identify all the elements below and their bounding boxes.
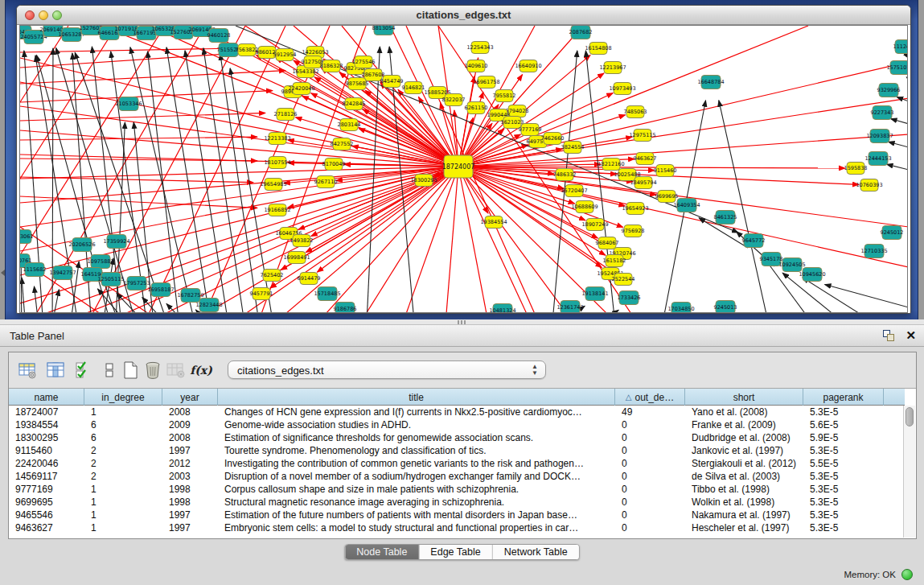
graph-node-teal[interactable]: 19138141 [581,287,608,301]
table-cell[interactable]: 0 [615,431,685,444]
graph-node-yellow[interactable]: 10973493 [609,83,635,95]
scrollbar-thumb[interactable] [906,407,914,426]
table-cell[interactable]: Yano et al. (2008) [685,406,803,418]
table-cell[interactable]: 5.3E-5 [803,444,884,457]
graph-node-teal[interactable]: 8461325 [714,211,737,225]
table-row[interactable]: 2242004622012Investigating the contribut… [9,457,905,470]
table-cell[interactable]: Tibbo et al. (1998) [685,483,803,496]
graph-node-yellow[interactable]: 1409610 [465,60,488,72]
table-cell[interactable]: Structural magnetic resonance image aver… [218,496,615,509]
table-settings-icon[interactable] [17,360,38,381]
graph-node-yellow[interactable]: 8322037 [442,94,466,106]
table-cell[interactable]: Embryonic stem cells: a model to study s… [218,521,615,534]
table-cell[interactable]: 18724007 [9,406,84,418]
table-cell[interactable]: 5.5E-5 [803,457,884,470]
column-header-in_degree[interactable]: in_degree [84,389,162,406]
graph-node-teal[interactable]: 2087682 [569,26,593,39]
panel-split-divider[interactable] [0,319,924,325]
graph-node-teal[interactable]: 15751074 [886,61,908,75]
table-cell[interactable]: 1997 [162,521,218,534]
table-cell[interactable]: Franke et al. (2009) [685,418,803,431]
table-cell[interactable]: 18300295 [9,431,84,444]
graph-node-teal[interactable]: 21053346 [115,97,142,111]
graph-node-yellow[interactable]: 9684067 [596,237,619,249]
graph-node-yellow[interactable]: 8186328 [320,60,343,72]
delete-icon[interactable] [142,360,163,381]
graph-node-yellow[interactable]: 9457791 [250,288,273,300]
graph-node-yellow[interactable]: 9115460 [654,165,677,177]
table-cell[interactable]: 14569117 [9,470,84,483]
graph-node-teal[interactable]: 17034850 [667,303,694,314]
clear-selection-icon[interactable] [99,360,120,381]
graph-node-yellow[interactable]: 9699695 [655,191,679,203]
graph-node-teal[interactable]: 12361742 [556,301,583,314]
graph-node-teal[interactable]: 17957253 [123,277,150,290]
graph-node-yellow[interactable]: 16640910 [515,60,541,72]
graph-node-yellow[interactable]: 6261150 [465,102,488,114]
table-cell[interactable]: 2 [84,470,162,483]
table-row[interactable]: 1830029562008Estimation of significance … [9,431,905,444]
network-view-canvas[interactable]: 1940406524055724206914061065328715276026… [19,25,908,313]
table-cell[interactable]: 0 [615,521,685,534]
graph-node-teal[interactable]: 12093837 [866,130,893,143]
graph-node-yellow[interactable]: 12213967 [599,62,626,74]
new-document-icon[interactable] [120,360,141,381]
network-selector-dropdown[interactable]: citations_edges.txt ▲▼ [228,360,546,379]
graph-node-yellow[interactable]: 8242845 [343,98,366,110]
graph-node-yellow[interactable]: 16154808 [585,43,611,55]
vertical-scrollbar[interactable] [903,406,915,538]
graph-node-teal[interactable]: 15718485 [314,287,340,301]
citation-network-graph[interactable]: 1940406524055724206914061065328715276026… [20,26,908,313]
table-cell[interactable]: de Silva et al. (2003) [685,470,803,483]
graph-node-teal[interactable]: 2493061 [20,230,33,244]
table-cell[interactable]: 2008 [162,406,218,418]
column-header-short[interactable]: short [685,389,803,406]
graph-node-yellow[interactable]: 9756928 [622,225,645,237]
graph-node-teal[interactable]: 9645772 [742,234,766,248]
tab-network-table[interactable]: Network Table [493,545,579,559]
graph-node-yellow[interactable]: 2718126 [274,109,298,121]
graph-node-yellow[interactable]: 8170049 [322,159,346,171]
table-row[interactable]: 977716911998Corpus callosum shape and si… [9,483,905,496]
table-row[interactable]: 946554611997Estimation of the future num… [9,509,905,521]
table-cell[interactable]: 1998 [162,483,218,496]
table-cell[interactable]: Wolkin et al. (1998) [685,496,803,509]
table-cell[interactable]: 5.9E-5 [803,431,884,444]
graph-node-teal[interactable]: 8813054 [372,26,396,35]
table-row[interactable]: 946362711997Embryonic stem cells: a mode… [9,521,905,534]
graph-node-yellow[interactable]: 1275546 [352,56,376,68]
tab-node-table[interactable]: Node Table [345,545,419,559]
table-cell[interactable]: Disruption of a novel member of a sodium… [218,470,615,483]
table-cell[interactable]: 5.3E-5 [803,509,884,521]
graph-node-teal[interactable]: 20206526 [68,238,95,252]
graph-node-teal[interactable]: 9227343 [871,106,894,120]
table-cell[interactable]: Estimation of the future numbers of pati… [218,509,615,521]
graph-node-teal[interactable]: 1112484 [893,40,908,54]
table-cell[interactable]: 1 [84,521,162,534]
table-cell[interactable]: 0 [615,509,685,521]
table-row[interactable]: 1872400712008Changes of HCN gene express… [9,406,905,418]
graph-node-teal[interactable]: 10975887 [87,255,113,269]
table-cell[interactable]: 49 [615,406,685,418]
table-cell[interactable]: 1998 [162,496,218,509]
graph-node-yellow[interactable]: 1493822 [290,235,314,247]
column-header-out_de[interactable]: △out_de… [615,389,685,406]
graph-node-teal[interactable]: 16958187 [147,283,174,297]
table-cell[interactable]: 0 [615,418,685,431]
table-cell[interactable]: 0 [615,457,685,470]
table-cell[interactable]: 2008 [162,431,218,444]
graph-node-yellow[interactable]: 10760393 [856,179,882,192]
graph-node-teal[interactable]: 10481324 [489,304,515,314]
table-cell[interactable]: Genome-wide association studies in ADHD. [218,418,615,431]
graph-node-teal[interactable]: 10924505 [778,258,805,272]
table-cell[interactable]: Changes of HCN gene expression and I(f) … [218,406,615,418]
table-cell[interactable]: 2009 [162,418,218,431]
graph-node-teal[interactable]: 16409354 [673,199,700,212]
graph-node-teal[interactable]: 13942757 [49,266,76,280]
table-cell[interactable]: 6 [84,418,162,431]
graph-node-yellow[interactable]: 19166852 [264,204,290,216]
graph-node-yellow[interactable]: 12254343 [466,42,493,54]
table-cell[interactable]: 5.3E-5 [803,483,884,496]
graph-node-yellow[interactable]: 10688609 [571,201,598,213]
panel-collapse-handle[interactable] [1,270,5,276]
